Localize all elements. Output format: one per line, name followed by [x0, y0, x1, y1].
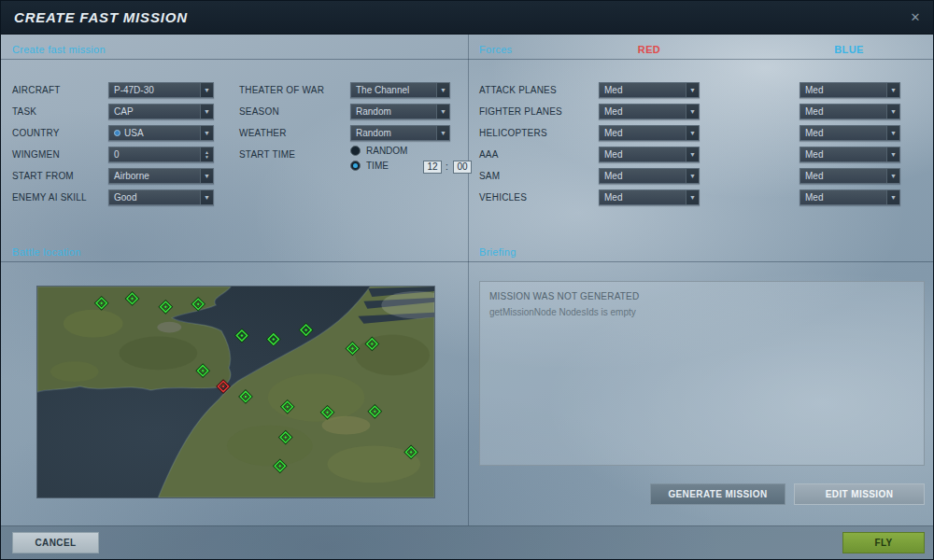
- chevron-down-icon: ▼: [686, 190, 699, 204]
- season-value: Random: [351, 105, 436, 119]
- briefing-message: MISSION WAS NOT GENERATED: [489, 291, 639, 301]
- helicopters-blue-dropdown[interactable]: Med▼: [800, 125, 900, 141]
- start-time-minute-input[interactable]: 00: [453, 161, 472, 174]
- briefing-detail: getMissionNode NodesIds is empty: [489, 307, 636, 317]
- panel-divider: [468, 35, 469, 525]
- aaa-red-dropdown[interactable]: Med▼: [599, 147, 700, 162]
- country-dropdown[interactable]: USA ▼: [108, 125, 214, 141]
- cancel-button[interactable]: CANCEL: [12, 532, 99, 553]
- enemy-ai-skill-value: Good: [109, 190, 200, 204]
- window-title: CREATE FAST MISSION: [14, 9, 188, 25]
- title-bar: CREATE FAST MISSION ✕: [1, 1, 933, 35]
- chevron-down-icon: ▼: [886, 147, 899, 161]
- attack-planes-blue-dropdown[interactable]: Med▼: [800, 82, 900, 98]
- helicopters-red-dropdown[interactable]: Med▼: [599, 125, 700, 141]
- enemy-ai-skill-dropdown[interactable]: Good ▼: [108, 189, 214, 205]
- attack-planes-label: ATTACK PLANES: [479, 82, 557, 98]
- chevron-down-icon: ▼: [686, 169, 699, 183]
- chevron-down-icon: ▼: [686, 83, 699, 97]
- attack-planes-red-value: Med: [600, 83, 686, 97]
- spinner-arrows-icon: ▲▼: [200, 147, 213, 161]
- fighter-planes-red-value: Med: [600, 105, 686, 119]
- fighter-planes-red-dropdown[interactable]: Med▼: [599, 104, 700, 119]
- chevron-down-icon: ▼: [886, 126, 899, 140]
- generate-mission-button[interactable]: GENERATE MISSION: [650, 483, 785, 505]
- start-from-label: START FROM: [12, 168, 74, 184]
- battle-location-title: Battle location: [12, 246, 81, 258]
- start-time-label: START TIME: [239, 147, 295, 162]
- fighter-planes-blue-value: Med: [800, 105, 886, 119]
- enemy-ai-skill-label: ENEMY AI SKILL: [12, 189, 87, 205]
- section-create-fast-mission-header: Create fast mission: [1, 38, 468, 60]
- start-time-hour-input[interactable]: 12: [423, 161, 442, 174]
- chevron-down-icon: ▼: [686, 147, 699, 161]
- vehicles-red-value: Med: [600, 190, 686, 204]
- vehicles-blue-value: Med: [800, 190, 886, 204]
- country-value: USA: [124, 126, 144, 140]
- chevron-down-icon: ▼: [886, 83, 899, 97]
- wingmen-label: WINGMEN: [12, 147, 60, 162]
- task-value: CAP: [109, 105, 200, 119]
- fighter-planes-label: FIGHTER PLANES: [479, 104, 562, 119]
- forces-blue-column-header: BLUE: [799, 44, 899, 55]
- fly-button[interactable]: FLY: [842, 532, 925, 553]
- aircraft-dropdown[interactable]: P-47D-30 ▼: [108, 82, 214, 98]
- aaa-blue-value: Med: [800, 147, 886, 161]
- vehicles-label: VEHICLES: [479, 189, 527, 205]
- create-fast-mission-title: Create fast mission: [12, 44, 106, 55]
- start-time-time-radio[interactable]: TIME: [350, 161, 389, 171]
- close-icon[interactable]: ✕: [907, 9, 924, 26]
- wingmen-value: 0: [109, 147, 200, 161]
- time-radio-label: TIME: [366, 161, 389, 171]
- theater-of-war-value: The Channel: [351, 83, 436, 97]
- fighter-planes-blue-dropdown[interactable]: Med▼: [800, 104, 900, 119]
- task-label: TASK: [12, 104, 36, 119]
- start-time-random-radio[interactable]: RANDOM: [350, 146, 407, 156]
- weather-value: Random: [351, 126, 436, 140]
- chevron-down-icon: ▼: [886, 190, 899, 204]
- start-from-dropdown[interactable]: Airborne ▼: [108, 168, 214, 184]
- section-briefing-header: Briefing: [468, 241, 934, 262]
- sam-label: SAM: [479, 168, 500, 184]
- chevron-down-icon: ▼: [200, 190, 213, 204]
- chevron-down-icon: ▼: [436, 83, 449, 97]
- section-forces-header: Forces RED BLUE: [468, 38, 934, 60]
- briefing-text-area: MISSION WAS NOT GENERATED getMissionNode…: [479, 281, 925, 466]
- chevron-down-icon: ▼: [686, 105, 699, 119]
- season-dropdown[interactable]: Random ▼: [350, 104, 450, 119]
- season-label: SEASON: [239, 104, 279, 119]
- aaa-blue-dropdown[interactable]: Med▼: [800, 147, 900, 162]
- radio-icon: [350, 146, 361, 156]
- task-dropdown[interactable]: CAP ▼: [108, 104, 214, 119]
- chevron-down-icon: ▼: [436, 126, 449, 140]
- aircraft-value: P-47D-30: [109, 83, 200, 97]
- chevron-down-icon: ▼: [886, 169, 899, 183]
- section-battle-location-header: Battle location: [1, 241, 468, 262]
- weather-dropdown[interactable]: Random ▼: [350, 125, 450, 141]
- sam-red-dropdown[interactable]: Med▼: [599, 168, 700, 184]
- chevron-down-icon: ▼: [200, 126, 213, 140]
- helicopters-red-value: Med: [600, 126, 686, 140]
- chevron-down-icon: ▼: [200, 169, 213, 183]
- vehicles-red-dropdown[interactable]: Med▼: [599, 189, 700, 205]
- edit-mission-button[interactable]: EDIT MISSION: [794, 483, 925, 505]
- wingmen-stepper[interactable]: 0 ▲▼: [108, 147, 214, 162]
- chevron-down-icon: ▼: [200, 105, 213, 119]
- vehicles-blue-dropdown[interactable]: Med▼: [800, 189, 900, 205]
- forces-title: Forces: [479, 44, 512, 55]
- start-from-value: Airborne: [109, 169, 200, 183]
- helicopters-blue-value: Med: [800, 126, 886, 140]
- country-label: COUNTRY: [12, 125, 60, 141]
- time-colon: :: [446, 161, 448, 172]
- theater-of-war-label: THEATER OF WAR: [239, 82, 324, 98]
- sam-blue-dropdown[interactable]: Med▼: [800, 168, 900, 184]
- sam-red-value: Med: [600, 169, 686, 183]
- theater-of-war-dropdown[interactable]: The Channel ▼: [350, 82, 450, 98]
- battle-location-map[interactable]: [36, 286, 435, 498]
- forces-red-column-header: RED: [599, 44, 700, 55]
- battle-map-svg: [37, 287, 434, 497]
- weather-label: WEATHER: [239, 125, 287, 141]
- attack-planes-red-dropdown[interactable]: Med▼: [599, 82, 700, 98]
- aaa-red-value: Med: [600, 147, 686, 161]
- aircraft-label: AIRCRAFT: [12, 82, 61, 98]
